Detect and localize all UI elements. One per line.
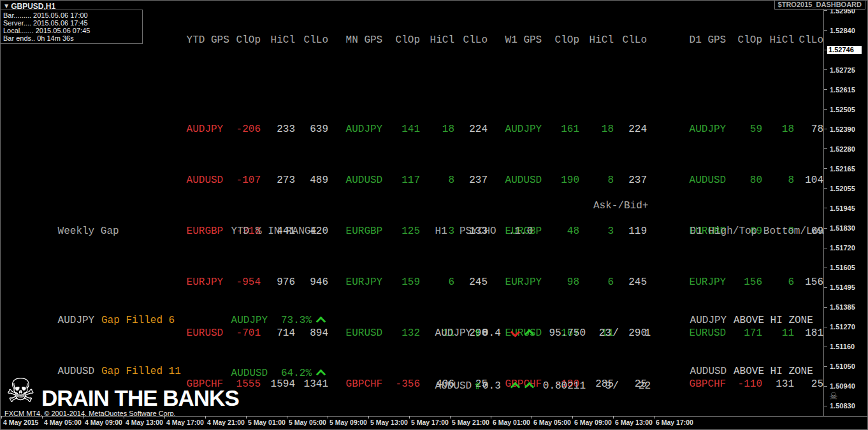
ask-cell: 23 — [586, 327, 611, 341]
zone-row: AUDJPYABOVE HI ZONE — [684, 314, 825, 327]
symbol-cell: EURJPY — [340, 276, 389, 289]
cllo-cell: 104 — [794, 174, 823, 187]
tick-mark — [824, 129, 827, 129]
time-label: 5 May 21:00 — [452, 419, 493, 426]
gps-row: AUDJPY14118224 — [340, 123, 488, 136]
weekly-gap-row: AUDUSDGap Filled 11 — [52, 365, 181, 378]
clop-cell: 59 — [733, 123, 762, 136]
chevron-down-icon: ▼ — [4, 3, 8, 9]
skull-crossbones-icon: ☠ — [6, 374, 36, 407]
price-value: 1.52165 — [830, 165, 855, 173]
section-title: YTD % IN RANGE — [225, 225, 329, 238]
branding-text: DRAIN THE BANKS — [41, 385, 239, 411]
cllo-cell: 224 — [614, 123, 647, 136]
gps-row: AUDUSD-107273489 — [180, 174, 328, 187]
table-header: W1 GPSClOpHiClClLo — [499, 34, 647, 47]
momentum-arrow-icon — [524, 382, 535, 392]
time-label: 5 May 01:00 — [248, 419, 289, 426]
time-label: 5 May 09:00 — [329, 419, 370, 426]
price-cell: 95.750 — [537, 327, 586, 341]
weekly-gap-row: AUDJPYGap Filled 6 — [52, 314, 181, 327]
symbol-cell: AUDUSD — [340, 174, 389, 187]
hicl-cell: 8 — [420, 174, 454, 187]
hicl-cell: 18 — [579, 123, 614, 136]
tick-mark — [824, 268, 827, 268]
col-header: HiCl — [579, 34, 614, 47]
tick-mark — [824, 386, 827, 387]
price-value: 1.52615 — [830, 86, 855, 94]
col-header: HiCl — [762, 34, 794, 47]
clop-cell: 80 — [733, 174, 762, 187]
tick-mark — [824, 188, 827, 189]
col-header: HiCl — [261, 34, 295, 47]
table-header: D1 GPSClOpHiClClLo — [683, 34, 823, 47]
table-header: YTD GPSClOpHiClClLo — [180, 34, 328, 47]
tick-mark — [824, 208, 827, 208]
price-label: 1.52390 — [824, 125, 868, 133]
price-label: 1.52055 — [824, 184, 868, 192]
price-label: 1.50940 — [824, 382, 868, 391]
tick-mark — [824, 347, 827, 347]
price-cell: 0.80211 — [537, 380, 586, 394]
symbol-cell: EURGBP — [340, 225, 389, 238]
bar-info-panel: Bar......... 2015.05.06 17:00Server.... … — [1, 10, 143, 44]
time-label: 4 May 13:00 — [126, 419, 166, 426]
hicl-cell: 8 — [762, 174, 794, 187]
symbol-cell: GBPCHF — [340, 378, 389, 391]
symbol-cell: AUDUSD — [180, 174, 230, 187]
symbol-cell: AUDUSD — [225, 367, 275, 382]
price-axis[interactable]: 1.52950 1.52840 1.52746 1.52725 1.52615 — [823, 1, 868, 417]
time-label: 4 May 17:00 — [166, 419, 207, 426]
col-header: HiCl — [420, 34, 454, 47]
symbol-cell: AUDJPY — [683, 123, 733, 136]
symbol-cell: AUDUSD — [499, 174, 549, 187]
time-label: 5 May 05:00 — [289, 419, 329, 426]
price-label: 1.51495 — [824, 283, 868, 292]
col-header: ClLo — [295, 34, 328, 47]
price-value: 1.51385 — [830, 303, 855, 311]
price-label: 1.51270 — [824, 323, 868, 331]
clop-cell: 141 — [389, 123, 420, 136]
col-header: ClLo — [454, 34, 488, 47]
gps-row: AUDUSD808104 — [683, 174, 823, 187]
col-header: ClLo — [614, 34, 647, 47]
momentum-arrow-icon — [510, 382, 521, 392]
time-label: 6 May 09:00 — [574, 419, 615, 426]
price-value: 1.51270 — [830, 323, 855, 331]
time-label: 4 May 09:00 — [85, 419, 126, 426]
gps-row: AUDJPY591878 — [683, 123, 823, 136]
info-line: Bar ends.. 0h 14m 36s — [3, 34, 140, 42]
symbol-cell: AUDJPY — [52, 314, 101, 327]
ytd-range-section: YTD % IN RANGE AUDJPY73.3% AUDUSD64.2% E… — [225, 199, 329, 430]
symbol-cell: AUDUSD — [429, 380, 474, 394]
gps-row: AUDUSD1178237 — [340, 174, 488, 187]
price-value: 1.51495 — [830, 283, 855, 291]
info-line: Server.... 2015.05.06 17:45 — [3, 19, 140, 27]
gps-row: AUDUSD1908237 — [499, 174, 647, 187]
col-header: ClOp — [389, 34, 420, 47]
price-label: 1.52505 — [824, 105, 868, 113]
ytd-range-row: AUDJPY73.3% — [225, 314, 329, 329]
cllo-cell: 78 — [794, 123, 823, 136]
price-label: 1.51945 — [824, 204, 868, 212]
table-title: MN GPS — [340, 34, 389, 47]
tick-mark — [824, 307, 827, 308]
price-label: 1.51160 — [824, 343, 868, 351]
time-axis[interactable]: 4 May 20154 May 05:004 May 09:004 May 13… — [1, 416, 867, 429]
trend-arrow-icon — [315, 369, 326, 380]
tick-mark — [824, 366, 827, 367]
price-label: 1.52840 — [824, 26, 868, 34]
symbol-cell: AUDUSD — [52, 365, 101, 378]
slash-separator: / — [611, 327, 620, 341]
price-label: 1.51385 — [824, 303, 868, 312]
clop-cell: 161 — [549, 123, 579, 136]
price-label: 1.52725 — [824, 66, 868, 74]
gps-row: AUDJPY16118224 — [499, 123, 647, 136]
momentum-arrow-icon — [524, 329, 535, 340]
clop-cell: 117 — [389, 174, 420, 187]
table-title: YTD GPS — [180, 34, 230, 47]
tick-mark — [824, 248, 827, 248]
zone-row: AUDUSDABOVE HI ZONE — [684, 365, 825, 378]
col-header: ClOp — [733, 34, 762, 47]
psycho-row: AUDUSD⇧0.30.802113/22 — [429, 380, 652, 394]
